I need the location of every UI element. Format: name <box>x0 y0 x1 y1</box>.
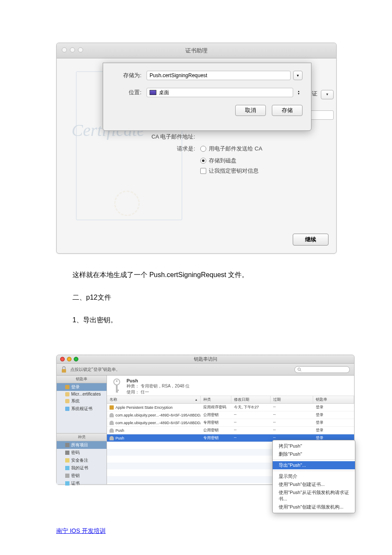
table-header: 名称▲ 种类 修改日期 过期 钥匙串 <box>107 396 354 404</box>
detail-pane: Push 种类： 专用密钥，RSA，2048 位 使用： 任一 <box>107 376 354 396</box>
kc-titlebar: 钥匙串访问 <box>57 355 354 364</box>
radio-email[interactable] <box>200 146 206 152</box>
svg-rect-0 <box>62 369 66 373</box>
cert-icon <box>65 466 69 470</box>
menu-copy[interactable]: 拷贝"Push" <box>273 442 355 450</box>
th-expire[interactable]: 过期 <box>271 396 313 403</box>
unlock-icon <box>65 385 69 389</box>
sidebar-item-certs[interactable]: 证书 <box>57 480 107 487</box>
table-row[interactable]: com.apple.ubiquity.peer...-489D-8A5F-195… <box>107 419 354 427</box>
window-title: 证书助理 <box>57 43 336 58</box>
close-button[interactable] <box>60 357 65 361</box>
minimize-button[interactable] <box>67 357 72 361</box>
sidebar-header-keychains: 钥匙串 <box>57 376 107 383</box>
save-as-input[interactable] <box>147 71 291 80</box>
menu-create-ca[interactable]: 使用"Push"创建证书颁发机构... <box>273 503 355 511</box>
menu-export[interactable]: 导出"Push"... <box>273 461 355 469</box>
table-row[interactable]: Push公用密钥----登录 <box>107 427 354 434</box>
sidebar-item-passwords[interactable]: 密码 <box>57 449 107 457</box>
note-icon <box>65 458 69 462</box>
kc-toolbar: 点按以锁定"登录"钥匙串。 <box>57 364 354 376</box>
svg-rect-6 <box>116 390 119 391</box>
keychain-window: 钥匙串访问 点按以锁定"登录"钥匙串。 钥匙串 登录 Micr...ertifi… <box>56 355 355 485</box>
svg-line-2 <box>300 370 301 371</box>
sidebar: 钥匙串 登录 Micr...ertificates 系统 系统根证书 种类 所有… <box>57 376 107 484</box>
th-chain[interactable]: 钥匙串 <box>313 396 354 403</box>
lock-icon <box>65 392 69 396</box>
row-icon <box>110 405 114 410</box>
save-sheet: 存储为: ▼ 位置: 桌面 ▲▼ 取消 存储 <box>103 63 311 131</box>
footer-link: 南宁 IOS 开发培训 <box>56 527 392 535</box>
zoom-button[interactable] <box>74 357 78 361</box>
zoom-button[interactable] <box>78 47 83 52</box>
traffic-lights <box>62 47 83 52</box>
wrench-icon <box>65 443 69 447</box>
table-blank: 拷贝"Push" 删除"Push" 导出"Push"... 显示简介 使用"Pu… <box>107 442 354 484</box>
row-icon <box>110 436 114 440</box>
close-button[interactable] <box>62 47 67 52</box>
context-menu: 拷贝"Push" 删除"Push" 导出"Push"... 显示简介 使用"Pu… <box>272 440 355 513</box>
sidebar-item-mycerts[interactable]: 我的证书 <box>57 464 107 472</box>
paragraph-1: 这样就在本地生成了一个 Push.certSigningRequest 文件。 <box>72 271 392 280</box>
th-kind[interactable]: 种类 <box>201 396 231 403</box>
svg-rect-7 <box>116 391 118 393</box>
row-icon <box>110 428 114 433</box>
sidebar-item-microsoft[interactable]: Micr...ertificates <box>57 391 107 397</box>
search-input[interactable] <box>294 366 350 373</box>
location-select[interactable]: 桌面 <box>147 88 293 97</box>
dropdown-icon[interactable]: ▼ <box>321 90 334 99</box>
search-icon <box>297 367 302 372</box>
radio-disk[interactable] <box>200 158 206 164</box>
continue-button[interactable]: 继续 <box>293 234 329 246</box>
table-row[interactable]: com.apple.ubiquity.peer...-489D-8A5F-195… <box>107 411 354 419</box>
lock-hint: 点按以锁定"登录"钥匙串。 <box>70 367 120 373</box>
training-link[interactable]: 南宁 IOS 开发培训 <box>56 527 106 534</box>
detail-usage: 使用： 任一 <box>127 389 190 395</box>
sidebar-item-notes[interactable]: 安全备注 <box>57 457 107 464</box>
paragraph-2: 二、p12文件 <box>72 293 392 302</box>
lock-icon <box>65 399 69 403</box>
sidebar-header-category: 种类 <box>57 434 107 441</box>
menu-request-cert[interactable]: 使用"Push"从证书颁发机构请求证书... <box>273 489 355 503</box>
save-as-label: 存储为: <box>112 72 141 79</box>
desktop-icon <box>150 90 156 95</box>
request-label: 请求是: <box>140 145 195 153</box>
th-name[interactable]: 名称▲ <box>107 396 201 403</box>
row-icon <box>110 421 114 425</box>
sidebar-item-system[interactable]: 系统 <box>57 397 107 405</box>
menu-info[interactable]: 显示简介 <box>273 472 355 480</box>
radio-email-label: 用电子邮件发送给 CA <box>209 145 262 153</box>
minimize-button[interactable] <box>70 47 75 52</box>
svg-rect-5 <box>116 384 118 392</box>
save-button[interactable]: 存储 <box>272 105 303 116</box>
key-icon <box>65 474 69 478</box>
table-row[interactable]: Apple Persistent State Encryption应用程序密码今… <box>107 404 354 411</box>
cancel-button[interactable]: 取消 <box>235 105 266 116</box>
sidebar-item-all[interactable]: 所有项目 <box>57 441 107 449</box>
radio-disk-label: 存储到磁盘 <box>209 157 236 165</box>
row-icon <box>110 413 114 417</box>
key-large-icon <box>111 378 122 393</box>
stepper-icon[interactable]: ▲▼ <box>295 90 303 95</box>
checkbox-keypair[interactable] <box>200 168 206 174</box>
detail-kind: 种类： 专用密钥，RSA，2048 位 <box>127 383 190 389</box>
cert-icon <box>65 481 69 486</box>
menu-delete[interactable]: 删除"Push" <box>273 450 355 458</box>
menu-create-cert[interactable]: 使用"Push"创建证书... <box>273 480 355 489</box>
paragraph-3: 1、导出密钥。 <box>72 316 392 325</box>
location-label: 位置: <box>112 89 141 96</box>
sidebar-item-systemroot[interactable]: 系统根证书 <box>57 405 107 413</box>
checkbox-keypair-label: 让我指定密钥对信息 <box>209 167 259 175</box>
ca-email-label: CA 电子邮件地址: <box>140 133 195 141</box>
cert-assistant-window: 证书助理 Certificate 请求证 ▼ 存储为: ▼ 位置: 桌面 <box>56 43 337 254</box>
sidebar-item-keys[interactable]: 密钥 <box>57 472 107 480</box>
expand-button[interactable]: ▼ <box>293 71 303 80</box>
sort-icon: ▲ <box>195 398 198 401</box>
lock-icon[interactable] <box>61 366 67 373</box>
detail-name: Push <box>127 378 190 383</box>
key-icon <box>65 451 69 455</box>
th-date[interactable]: 修改日期 <box>231 396 271 403</box>
svg-point-4 <box>116 380 118 382</box>
folder-icon <box>65 407 69 411</box>
sidebar-item-login[interactable]: 登录 <box>57 383 107 391</box>
